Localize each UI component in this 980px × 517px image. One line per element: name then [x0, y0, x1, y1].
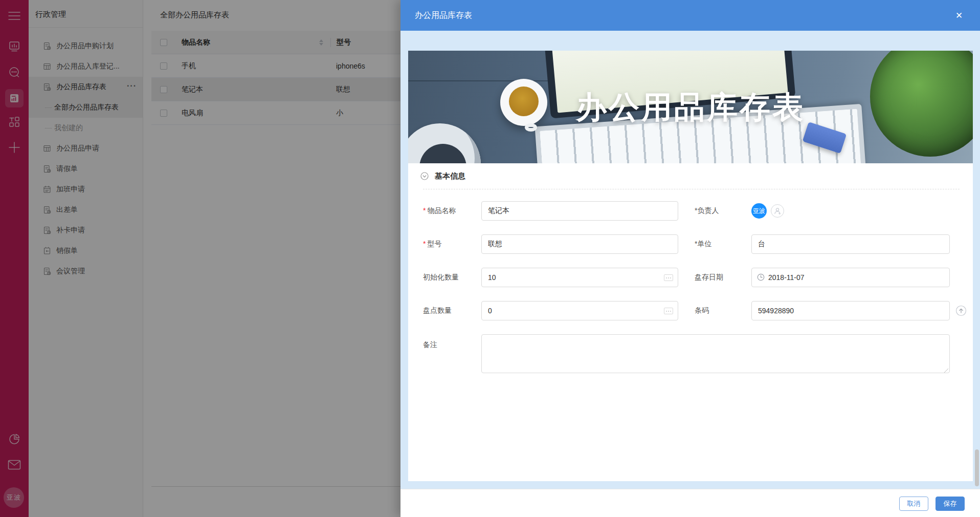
field-label-count-qty: 盘点数量 [423, 306, 481, 315]
model-input[interactable] [481, 234, 678, 254]
field-label-barcode: 条码 [678, 306, 751, 315]
app-window: 亚波 行政管理 办公用品申购计划 办公用品入库登记... 办公用品库存表 ···… [0, 0, 980, 517]
section-title: 基本信息 [435, 171, 465, 181]
owner-field: 亚波 [751, 203, 950, 219]
form-row: *物品名称 *负责人 亚波 [423, 201, 973, 221]
init-qty-input[interactable] [481, 268, 678, 287]
unit-input[interactable] [751, 234, 950, 254]
drawer-body: 办公用品库存表 基本信息 *物品名称 *负责人 亚波 [400, 31, 980, 489]
inventory-date-input[interactable] [751, 268, 950, 287]
field-label-inventory-date: 盘存日期 [678, 273, 751, 282]
banner-title: 办公用品库存表 [408, 87, 973, 128]
field-label-unit: *单位 [678, 240, 751, 249]
scrollbar-thumb[interactable] [975, 449, 979, 486]
count-qty-input[interactable] [481, 301, 678, 320]
field-label-item-name: *物品名称 [423, 206, 481, 216]
add-person-button[interactable] [771, 204, 784, 218]
arrow-up-circle-icon[interactable] [955, 305, 967, 316]
clock-icon [757, 273, 765, 281]
item-name-input[interactable] [481, 201, 678, 221]
form-row: *型号 *单位 [423, 234, 973, 254]
inventory-form-drawer: 办公用品库存表 ✕ 办公用品库存表 [400, 0, 980, 517]
cancel-button[interactable]: 取消 [899, 497, 928, 511]
number-field-icon [664, 274, 673, 281]
save-button[interactable]: 保存 [936, 497, 965, 511]
field-label-model: *型号 [423, 240, 481, 249]
required-marker: * [423, 206, 426, 214]
chevron-down-circle-icon [420, 172, 429, 180]
form-card: 办公用品库存表 基本信息 *物品名称 *负责人 亚波 [408, 51, 973, 481]
field-label-init-qty: 初始化数量 [423, 273, 481, 282]
close-icon[interactable]: ✕ [951, 0, 967, 31]
person-add-icon [773, 206, 782, 216]
drawer-footer: 取消 保存 [400, 489, 980, 517]
drawer-title: 办公用品库存表 [415, 10, 472, 21]
drawer-header: 办公用品库存表 ✕ [400, 0, 980, 31]
field-label-owner: *负责人 [678, 206, 751, 216]
remark-field [481, 334, 950, 375]
section-basic-info[interactable]: 基本信息 [408, 163, 973, 189]
number-field-icon [664, 308, 673, 314]
barcode-input[interactable] [751, 301, 950, 320]
owner-avatar[interactable]: 亚波 [751, 203, 767, 219]
remark-textarea[interactable] [481, 334, 950, 373]
required-marker: * [423, 240, 426, 248]
form-row: 初始化数量 盘存日期 [423, 268, 973, 287]
form-row: 备注 [423, 334, 973, 375]
form-row: 盘点数量 条码 [423, 301, 973, 320]
field-label-remark: 备注 [423, 334, 481, 350]
section-divider [423, 189, 960, 189]
banner-image: 办公用品库存表 [408, 51, 973, 163]
